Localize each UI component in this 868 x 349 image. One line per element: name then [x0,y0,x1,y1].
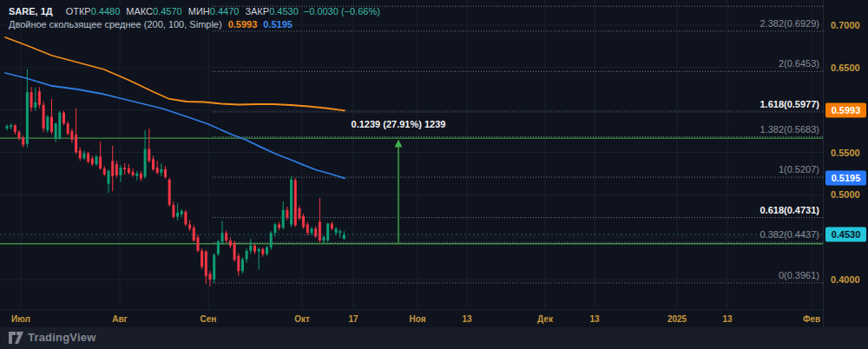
fib-level-label-2.382: 2.382(0.6929) [760,18,820,29]
chart-legend: SARE, 1ДОТКР0.4480МАКС0.4570МИН0.4470ЗАК… [9,5,380,31]
footer-bar: TradingView [0,327,868,349]
ma100-value: 0.5195 [263,19,293,30]
fib-level-label-0: 0(0.3961) [779,270,819,280]
fib-level-label-1: 1(0.5207) [779,164,819,174]
time-axis-label: 17 [348,310,358,328]
time-axis-label: Июл [11,310,30,328]
time-axis-label: 13 [722,310,732,328]
time-axis[interactable]: ИюлАвгСенОкт17Ноя13Дек13202513Фев [0,309,823,327]
open-value: 0.4480 [91,6,121,16]
low-label: МИН [188,6,210,16]
time-axis-label: Окт [294,310,310,328]
price-badge-price: 0.4530 [825,227,866,242]
ma200-value: 0.5993 [228,19,258,30]
price-axis-label: 0.5500 [831,148,860,158]
high-label: МАКС [126,6,153,16]
tradingview-logo[interactable]: TradingView [9,331,96,344]
measure-label: 0.1239 (27.91%) 1239 [352,119,446,129]
time-axis-label: 2025 [667,310,687,328]
change-value: −0.0030 (−0.66%) [304,6,380,16]
price-badge-ma100: 0.5195 [825,171,866,186]
time-axis-label: Дек [537,310,553,328]
close-value: 0.4530 [269,6,299,16]
fib-level-label-0.382: 0.382(0.4437) [760,229,820,240]
time-axis-label: 13 [462,310,471,328]
close-label: ЗАКР [245,6,269,16]
fib-level-label-1.618: 1.618(0.5977) [760,99,820,109]
legend-ohlc-row[interactable]: SARE, 1ДОТКР0.4480МАКС0.4570МИН0.4470ЗАК… [9,5,380,18]
legend-indicator-row[interactable]: Двойное скользящее среднее (200, 100, Si… [9,18,380,31]
time-axis-label: Ноя [409,310,425,328]
price-axis-label: 0.6500 [831,63,860,73]
plot-svg [0,0,823,309]
open-label: ОТКР [66,6,91,16]
fib-level-label-1.382: 1.382(0.5683) [760,124,820,135]
fib-level-label-2: 2(0.6453) [779,58,819,69]
low-value: 0.4470 [210,6,240,16]
price-axis-label: 0.7000 [831,20,860,30]
time-axis-label: Авг [112,310,128,328]
price-axis-label: 0.5000 [831,189,860,200]
indicator-title[interactable]: Двойное скользящее среднее (200, 100, Si… [9,19,222,30]
price-axis-label: 0.4000 [831,274,860,285]
time-axis-label: Фев [803,310,820,328]
tradingview-logo-text: TradingView [28,331,96,344]
price-badge-ma200: 0.5993 [825,103,866,118]
symbol-title[interactable]: SARE, 1Д [9,6,53,16]
tradingview-icon [9,332,23,344]
price-axis[interactable]: 0.70000.65000.55000.50000.40000.59930.51… [823,0,868,327]
fib-level-label-0.618: 0.618(0.4731) [760,205,820,215]
time-axis-label: Сен [201,310,217,328]
high-value: 0.4570 [153,6,182,16]
chart-canvas[interactable]: SARE, 1ДОТКР0.4480МАКС0.4570МИН0.4470ЗАК… [0,0,823,309]
time-axis-label: 13 [589,310,599,328]
tradingview-chart-app: SARE, 1ДОТКР0.4480МАКС0.4570МИН0.4470ЗАК… [0,0,868,349]
